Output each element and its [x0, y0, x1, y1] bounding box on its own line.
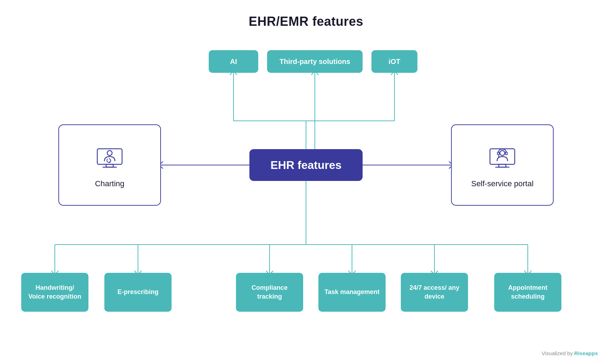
charting-icon: [94, 142, 126, 174]
appointment-box: Appointment scheduling: [494, 273, 561, 312]
charting-card: Charting: [58, 124, 161, 206]
svg-point-19: [107, 151, 112, 155]
charting-label: Charting: [95, 179, 124, 188]
compliance-box: Compliance tracking: [236, 273, 303, 312]
svg-point-24: [500, 151, 505, 155]
footer: Visualized by Riseapps: [542, 350, 598, 356]
handwriting-box: Handwriting/ Voice recognition: [21, 273, 88, 312]
svg-point-20: [109, 162, 110, 163]
ai-box: AI: [209, 50, 258, 73]
third-party-box: Third-party solutions: [267, 50, 363, 73]
ehr-center-box: EHR features: [249, 149, 363, 181]
selfservice-label: Self-service portal: [471, 179, 533, 188]
task-box: Task management: [318, 273, 386, 312]
diagram-container: AI Third-party solutions iOT EHR feature…: [0, 33, 612, 358]
brand-name: Riseapps: [574, 350, 598, 356]
access-box: 24/7 access/ any device: [401, 273, 468, 312]
selfservice-card: Self-service portal: [451, 124, 554, 206]
page-title: EHR/EMR features: [0, 0, 612, 29]
eprescribing-box: E-prescribing: [104, 273, 172, 312]
selfservice-icon: [486, 142, 518, 174]
iot-box: iOT: [371, 50, 417, 73]
